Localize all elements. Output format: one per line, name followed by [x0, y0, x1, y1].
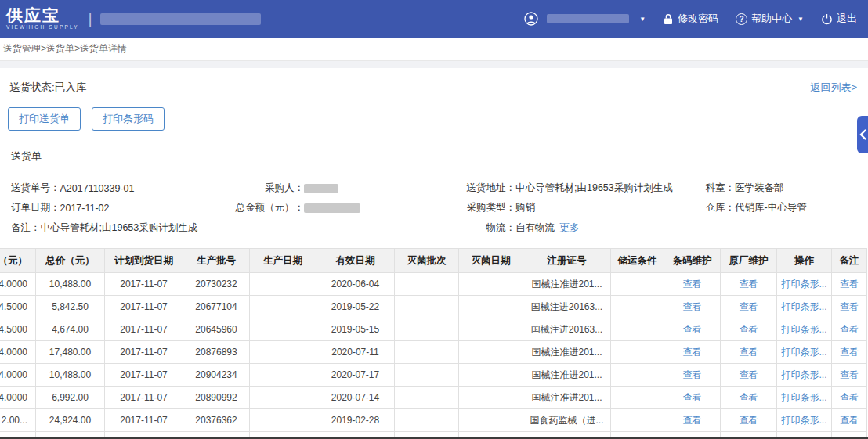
table-cell: 4.0000 [0, 341, 36, 364]
table-row: 4.50005,842.502017-11-07206771042019-05-… [0, 296, 867, 318]
barcode-view-link[interactable]: 查看 [683, 369, 702, 380]
table-cell: 2020-07-11 [316, 341, 395, 364]
table-cell [395, 318, 459, 341]
logout-button[interactable]: 退出 [821, 12, 857, 26]
warehouse-field: 仓库： 代销库-中心导管 [694, 201, 868, 214]
change-password-button[interactable]: 修改密码 [663, 12, 718, 26]
factory-view-link[interactable]: 查看 [740, 369, 758, 380]
print-barcode-button[interactable]: 打印条形码 [92, 107, 165, 131]
table-cell: 查看 [832, 318, 867, 341]
delivery-no-field: 送货单号： A2017110339-01 [11, 182, 224, 195]
factory-view-link[interactable]: 查看 [740, 415, 758, 426]
table-cell: 查看 [664, 296, 721, 318]
remark-view-link[interactable]: 查看 [840, 347, 859, 358]
column-header: 操作 [777, 249, 832, 273]
delivery-items-table-wrap: 单价（元）总价（元）计划到货日期生产批号生产日期有效日期灭菌批次灭菌日期注册证号… [0, 248, 868, 439]
barcode-view-link[interactable]: 查看 [683, 392, 702, 403]
table-cell: 查看 [721, 273, 777, 296]
table-cell: 4.5000 [0, 318, 36, 341]
table-cell [459, 364, 523, 387]
table-cell: 2017-11-07 [105, 364, 183, 387]
status-row: 送货状态:已入库 返回列表> [0, 68, 868, 95]
print-barcode-link[interactable]: 打印条形... [781, 347, 826, 358]
factory-view-link[interactable]: 查看 [740, 324, 758, 335]
barcode-view-link[interactable]: 查看 [683, 279, 702, 290]
remark-view-link[interactable]: 查看 [840, 369, 859, 380]
delivery-status: 送货状态:已入库 [9, 81, 86, 95]
purchase-type-label: 采购类型： [459, 201, 515, 214]
company-name-redacted [100, 13, 261, 25]
logistics-field: 物流： 自有物流 更多 [459, 221, 694, 235]
table-cell: 2017-11-07 [105, 341, 183, 364]
table-cell [395, 409, 459, 432]
remark-view-link[interactable]: 查看 [840, 415, 859, 426]
table-cell: 查看 [664, 409, 721, 432]
logo-subtext: VIEWHIGH SUPPLY [6, 25, 79, 31]
barcode-view-link[interactable]: 查看 [683, 324, 702, 335]
help-center-menu[interactable]: ? 帮助中心 ▼ [736, 12, 804, 26]
logistics-more-link[interactable]: 更多 [559, 221, 580, 235]
table-cell: 打印条形... [777, 409, 832, 432]
factory-view-link[interactable]: 查看 [740, 279, 758, 290]
remark-view-link[interactable]: 查看 [840, 279, 859, 290]
table-cell: 4.0000 [0, 364, 36, 387]
table-row: 4.000017,480.002017-11-07208768932020-07… [0, 341, 867, 364]
print-barcode-link[interactable]: 打印条形... [781, 392, 826, 403]
warehouse-value: 代销库-中心导管 [735, 201, 807, 214]
factory-view-link[interactable]: 查看 [740, 347, 758, 358]
table-cell: 20645960 [183, 318, 250, 341]
print-barcode-link[interactable]: 打印条形... [781, 369, 826, 380]
table-cell: 查看 [664, 387, 721, 409]
table-cell: 查看 [721, 387, 777, 409]
table-cell: 2017-11-07 [105, 387, 183, 409]
breadcrumb-bar: 送货管理>送货单>送货单详情 [0, 38, 868, 61]
table-cell [395, 341, 459, 364]
column-header: 生产日期 [250, 249, 316, 273]
table-cell: 国械注准进201... [523, 387, 611, 409]
table-cell [611, 341, 664, 364]
barcode-view-link[interactable]: 查看 [683, 301, 702, 312]
remark-view-link[interactable]: 查看 [840, 324, 859, 335]
print-barcode-link[interactable]: 打印条形... [781, 415, 826, 426]
table-cell: 查看 [832, 387, 867, 409]
table-cell: 2019-05-15 [316, 318, 395, 341]
table-cell [459, 341, 523, 364]
table-cell [459, 409, 523, 432]
factory-view-link[interactable]: 查看 [740, 392, 758, 403]
table-cell: 20904234 [183, 364, 250, 387]
table-cell: 查看 [832, 409, 867, 432]
remark-field: 备注： 中心导管耗材;由19653采购计划生成 [11, 221, 224, 235]
department-value: 医学装备部 [735, 182, 784, 195]
factory-view-link[interactable]: 查看 [740, 301, 758, 312]
table-cell [250, 318, 316, 341]
table-cell: 查看 [664, 341, 721, 364]
barcode-view-link[interactable]: 查看 [683, 415, 702, 426]
table-cell: 2019-05-22 [316, 296, 395, 318]
purchase-type-field: 采购类型： 购销 [459, 201, 694, 214]
back-to-list-link[interactable]: 返回列表> [810, 81, 857, 95]
table-cell: 打印条形... [777, 273, 832, 296]
table-cell: 查看 [832, 273, 867, 296]
barcode-view-link[interactable]: 查看 [683, 347, 702, 358]
column-header: 灭菌批次 [395, 249, 459, 273]
print-barcode-link[interactable]: 打印条形... [781, 279, 826, 290]
table-cell: 2020-06-04 [316, 273, 395, 296]
remark-view-link[interactable]: 查看 [840, 392, 859, 403]
user-menu[interactable]: ▼ [524, 12, 646, 26]
remark-view-link[interactable]: 查看 [840, 301, 859, 312]
table-row: 4.000010,488.002017-11-07209042342020-07… [0, 364, 867, 387]
table-cell: 查看 [832, 296, 867, 318]
print-barcode-link[interactable]: 打印条形... [781, 301, 826, 312]
table-cell: 20876893 [183, 341, 250, 364]
remark-value: 中心导管耗材;由19653采购计划生成 [41, 221, 198, 235]
table-cell [611, 387, 664, 409]
table-cell: 2017-11-07 [105, 273, 183, 296]
empty-cell [224, 221, 459, 235]
delivery-no-value: A2017110339-01 [60, 183, 135, 194]
print-delivery-note-button[interactable]: 打印送货单 [8, 107, 81, 131]
table-cell: 20677104 [183, 296, 250, 318]
order-date-value: 2017-11-02 [60, 203, 110, 214]
collapse-panel-toggle[interactable] [857, 116, 868, 153]
print-barcode-link[interactable]: 打印条形... [781, 324, 826, 335]
breadcrumb[interactable]: 送货管理>送货单>送货单详情 [3, 42, 127, 56]
